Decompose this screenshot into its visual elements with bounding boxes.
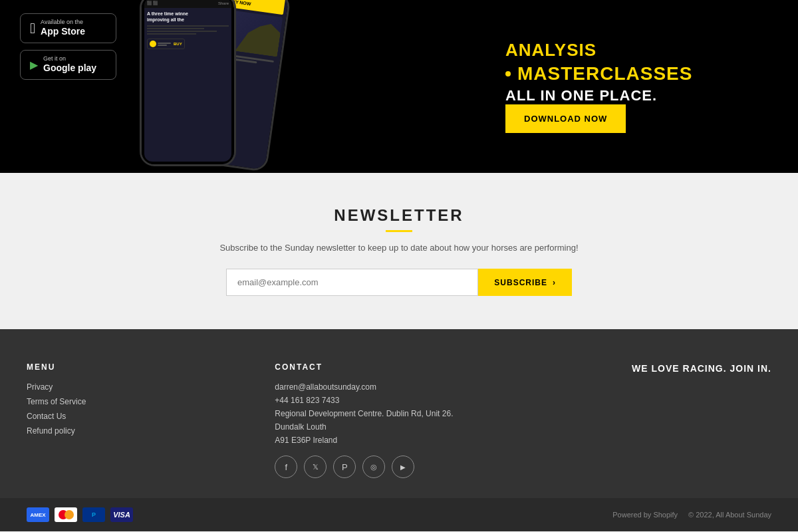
footer-contact-postcode: A91 E36P Ireland — [275, 436, 523, 445]
shopify-text: Powered by Shopify — [612, 511, 678, 519]
footer-link-privacy[interactable]: Privacy — [27, 382, 275, 392]
footer-contact-phone: +44 161 823 7433 — [275, 396, 523, 405]
footer-contact-address1: Regional Development Centre. Dublin Rd, … — [275, 409, 523, 418]
footer-menu-column: MENU Privacy Terms of Service Contact Us… — [27, 362, 275, 478]
newsletter-divider — [386, 230, 412, 232]
twitter-icon[interactable]: 𝕏 — [304, 456, 327, 478]
footer-section: MENU Privacy Terms of Service Contact Us… — [0, 329, 798, 498]
copyright-text: © 2022, All About Sunday — [688, 511, 771, 519]
footer-link-terms[interactable]: Terms of Service — [27, 397, 275, 406]
hero-allone-row: ALL IN ONE PLACE. — [505, 87, 771, 104]
amex-icon: AMEX — [27, 507, 49, 522]
payment-icons: AMEX P VISA — [27, 507, 133, 522]
chevron-right-icon: › — [553, 278, 556, 287]
facebook-icon[interactable]: f — [275, 456, 297, 478]
hero-analysis-text: ANALYSIS — [505, 40, 597, 61]
footer-contact-heading: CONTACT — [275, 362, 523, 372]
googleplay-icon: ▶ — [30, 59, 38, 71]
footer-tagline: WE LOVE RACING. JOIN IN. — [632, 363, 771, 374]
paypal-icon: P — [82, 507, 105, 522]
hero-right-column: ANALYSIS MASTERCLASSES ALL IN ONE PLACE.… — [505, 0, 771, 173]
phone-mockups: BUY NOW SCARLET WITCH ⬛ ⬛ Share — [126, 0, 313, 173]
bullet-dot — [505, 71, 511, 76]
bottom-bar-right: Powered by Shopify © 2022, All About Sun… — [612, 511, 771, 519]
newsletter-description: Subscribe to the Sunday newsletter to ke… — [13, 243, 785, 253]
email-input[interactable] — [226, 269, 478, 296]
googleplay-big-text: Google play — [43, 62, 96, 74]
footer-link-refund[interactable]: Refund policy — [27, 426, 275, 436]
appstore-big-text: App Store — [41, 25, 85, 37]
footer-link-contact[interactable]: Contact Us — [27, 412, 275, 421]
bottom-bar: AMEX P VISA Powered by Shopify © 2022, A… — [0, 498, 798, 531]
instagram-icon[interactable]: ◎ — [362, 456, 385, 478]
footer-menu-heading: MENU — [27, 362, 275, 372]
phone-front: ⬛ ⬛ Share A three time winneimproving al… — [140, 0, 236, 166]
footer-contact-column: CONTACT darren@allaboutsunday.com +44 16… — [275, 362, 523, 478]
visa-icon: VISA — [110, 507, 133, 522]
subscribe-button[interactable]: SUBSCRIBE › — [478, 269, 572, 296]
subscribe-label: SUBSCRIBE — [494, 278, 547, 287]
hero-allone-text: ALL IN ONE PLACE. — [505, 87, 657, 104]
shopify-link[interactable]: Powered by Shopify — [612, 511, 678, 519]
appstore-badge[interactable]:  Available on the App Store — [20, 13, 116, 43]
pinterest-icon[interactable]: P — [333, 456, 356, 478]
youtube-icon[interactable]: ▶ — [392, 456, 414, 478]
social-icons-row: f 𝕏 P ◎ ▶ — [275, 456, 523, 478]
hero-masterclasses-text: MASTERCLASSES — [517, 64, 692, 84]
hero-masterclasses-row: MASTERCLASSES — [505, 64, 771, 84]
footer-contact-email: darren@allaboutsunday.com — [275, 382, 523, 392]
apple-icon:  — [30, 20, 35, 37]
footer-tagline-column: WE LOVE RACING. JOIN IN. — [523, 362, 771, 478]
newsletter-form: SUBSCRIBE › — [226, 269, 572, 296]
newsletter-title: NEWSLETTER — [13, 206, 785, 225]
googleplay-badge[interactable]: ▶ Get it on Google play — [20, 50, 116, 80]
mastercard-icon — [55, 507, 77, 522]
download-button[interactable]: DOWNLOAD NOW — [505, 104, 626, 133]
footer-contact-address2: Dundalk Louth — [275, 422, 523, 432]
hero-section:  Available on the App Store ▶ Get it on… — [0, 0, 798, 173]
newsletter-section: NEWSLETTER Subscribe to the Sunday newsl… — [0, 173, 798, 329]
appstore-small-text: Available on the — [41, 19, 85, 25]
googleplay-small-text: Get it on — [43, 56, 96, 62]
hero-bullet-row: ANALYSIS — [505, 40, 771, 61]
